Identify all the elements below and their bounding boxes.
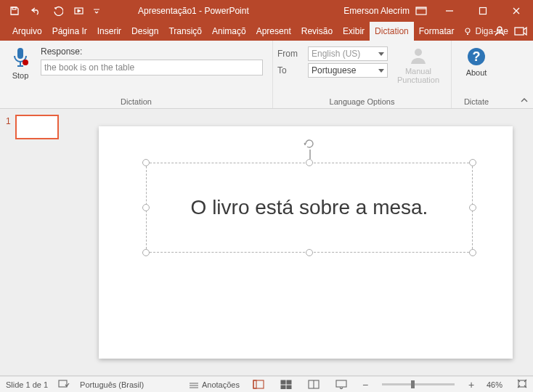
close-button[interactable] <box>500 0 533 22</box>
svg-rect-3 <box>416 7 426 9</box>
svg-rect-7 <box>515 28 524 35</box>
svg-rect-15 <box>253 380 256 388</box>
tab-revisao[interactable]: Revisão <box>296 22 338 41</box>
svg-point-10 <box>415 49 422 56</box>
tab-animacoes[interactable]: Animaçõ <box>207 22 251 41</box>
slide-text-content[interactable]: O livro está sobre a mesa. <box>146 163 473 253</box>
tab-formatar[interactable]: Formatar <box>414 22 460 41</box>
help-icon: ? <box>466 46 487 67</box>
start-from-beginning-button[interactable] <box>70 0 90 22</box>
rotate-connector <box>309 150 311 159</box>
signed-in-user[interactable]: Emerson Alecrim <box>343 6 410 16</box>
selected-text-box[interactable]: O livro está sobre a mesa. <box>146 163 473 253</box>
language-indicator[interactable]: Português (Brasil) <box>80 380 144 389</box>
svg-rect-18 <box>281 385 285 389</box>
svg-text:?: ? <box>473 49 481 64</box>
svg-rect-21 <box>336 380 346 387</box>
fit-to-window-button[interactable] <box>517 379 527 390</box>
workspace: 1 O livro está sobre a mesa. <box>0 109 533 376</box>
group-dictation-label: Dictation <box>0 97 272 108</box>
stop-label: Stop <box>12 71 29 80</box>
svg-rect-19 <box>287 385 291 389</box>
about-label: About <box>466 68 487 77</box>
svg-rect-16 <box>281 380 285 384</box>
ribbon: Stop Response: Dictation From English (U… <box>0 41 533 109</box>
quick-access-toolbar <box>0 0 102 22</box>
slide-editor[interactable]: O livro está sobre a mesa. <box>78 109 533 375</box>
about-button[interactable]: ? About <box>456 44 497 77</box>
notes-icon <box>189 380 199 389</box>
response-input[interactable] <box>41 60 263 75</box>
thumbnail-number: 1 <box>6 115 11 126</box>
sign-in-icon[interactable] <box>494 25 505 37</box>
ribbon-tab-strip: Arquivo Página Ir Inserir Design Transiç… <box>0 22 533 41</box>
maximize-button[interactable] <box>466 0 500 22</box>
slide-counter[interactable]: Slide 1 de 1 <box>6 380 48 389</box>
svg-rect-13 <box>59 380 67 387</box>
window-title: Apresentação1 - PowerPoint <box>138 6 249 16</box>
svg-rect-4 <box>480 8 487 15</box>
slide-sorter-view-button[interactable] <box>277 378 295 391</box>
zoom-out-button[interactable]: − <box>360 379 370 391</box>
ribbon-display-options-button[interactable] <box>411 0 431 22</box>
group-language-label: Language Options <box>273 97 451 108</box>
normal-view-button[interactable] <box>250 378 267 391</box>
tab-apresentacao[interactable]: Apresent <box>251 22 296 41</box>
tab-inserir[interactable]: Inserir <box>92 22 126 41</box>
lightbulb-icon <box>463 27 472 36</box>
save-button[interactable] <box>4 0 25 22</box>
svg-rect-17 <box>287 380 291 384</box>
response-label: Response: <box>41 46 263 57</box>
qat-customize-button[interactable] <box>91 0 102 22</box>
tab-arquivo[interactable]: Arquivo <box>7 22 47 41</box>
zoom-in-button[interactable]: + <box>466 379 476 391</box>
minimize-button[interactable] <box>433 0 466 22</box>
redo-button[interactable] <box>48 0 68 22</box>
tab-transicoes[interactable]: Transiçõ <box>163 22 207 41</box>
reading-view-button[interactable] <box>305 378 322 391</box>
group-dictate: ? About Dictate <box>452 41 501 108</box>
manual-label-1: Manual <box>405 67 431 75</box>
window-controls <box>433 0 533 22</box>
share-button[interactable] <box>514 25 527 37</box>
manual-punctuation-button: ManualPunctuation <box>392 44 444 84</box>
person-icon <box>409 46 428 65</box>
from-language-combo[interactable]: English (US) <box>308 46 388 61</box>
collapse-ribbon-button[interactable] <box>520 97 529 105</box>
manual-label-2: Punctuation <box>397 75 439 84</box>
chevron-down-icon <box>378 52 384 56</box>
chevron-down-icon <box>378 69 384 73</box>
tab-design[interactable]: Design <box>126 22 163 41</box>
tab-dictation[interactable]: Dictation <box>370 22 414 41</box>
notes-button[interactable]: Anotações <box>189 380 240 389</box>
notes-label: Anotações <box>202 380 240 389</box>
slide-canvas[interactable]: O livro está sobre a mesa. <box>99 126 513 359</box>
slideshow-view-button[interactable] <box>333 378 350 391</box>
zoom-slider[interactable] <box>382 383 455 385</box>
thumbnail-1[interactable]: 1 <box>6 115 73 139</box>
zoom-slider-knob[interactable] <box>411 380 415 388</box>
svg-point-9 <box>23 60 28 65</box>
svg-rect-0 <box>12 7 16 9</box>
title-bar: Apresentação1 - PowerPoint Emerson Alecr… <box>0 0 533 22</box>
slide-thumbnails-panel[interactable]: 1 <box>0 109 78 375</box>
svg-rect-14 <box>253 380 264 388</box>
stop-button[interactable]: Stop <box>4 44 36 80</box>
rotate-handle[interactable] <box>304 138 315 150</box>
svg-point-6 <box>497 27 502 31</box>
group-dictation: Stop Response: Dictation <box>0 41 273 108</box>
svg-point-5 <box>465 28 470 33</box>
tab-pagina-inicial[interactable]: Página Ir <box>47 22 92 41</box>
zoom-level[interactable]: 46% <box>487 380 503 389</box>
to-language-combo[interactable]: Portuguese <box>308 63 388 78</box>
tab-exibir[interactable]: Exibir <box>338 22 370 41</box>
to-label: To <box>277 65 304 75</box>
to-language-value: Portuguese <box>312 65 356 75</box>
from-language-value: English (US) <box>312 49 360 59</box>
thumbnail-preview[interactable] <box>15 115 59 139</box>
undo-button[interactable] <box>26 0 46 22</box>
spell-check-icon[interactable] <box>58 379 70 391</box>
status-bar: Slide 1 de 1 Português (Brasil) Anotaçõe… <box>0 376 533 392</box>
from-label: From <box>277 49 304 59</box>
group-language-options: From English (US) To Portuguese ManualPu… <box>273 41 452 108</box>
